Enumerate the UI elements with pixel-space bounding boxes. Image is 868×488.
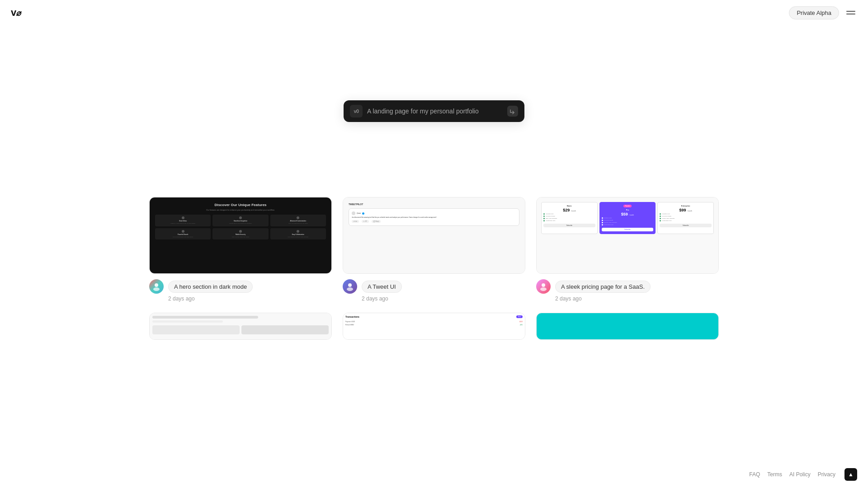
feature-text-3: Tailor your experience to fit your needs (288, 223, 308, 225)
svg-point-1 (153, 287, 160, 291)
search-input-placeholder[interactable]: A landing page for my personal portfolio (367, 108, 503, 115)
feature-title-1: Smart Ideas (179, 220, 187, 222)
private-alpha-badge[interactable]: Private Alpha (789, 6, 839, 19)
gallery-item-3-info: A sleek pricing page for a SaaS. (536, 279, 719, 294)
pricing-pro-amount: $59 / month (602, 212, 654, 216)
search-logo: v0 (350, 105, 363, 117)
footer-terms[interactable]: Terms (767, 471, 782, 478)
gallery-preview-2: TWEETPILOT @user Just discovered this am… (343, 197, 525, 274)
item-1-desc: A hero section in dark mode (168, 281, 253, 293)
feature-icon-1 (182, 216, 184, 219)
table-cell-2-1: Refund #0882 (345, 324, 518, 326)
feature-card-5: Mobile Security Keep your data safe on a… (212, 228, 268, 240)
pricing-basic: Basic $29 / month Unlimited Posts 100 Em… (541, 202, 598, 234)
feature-title-5: Mobile Security (236, 234, 245, 235)
feature-icon-3 (297, 216, 299, 219)
pricing-pro-btn: Subscribe (602, 228, 654, 231)
pricing-basic-f3: Basic Video Templates (543, 218, 595, 219)
tweet-username: @user (357, 212, 361, 214)
tweet-app-title: TWEETPILOT (349, 203, 519, 206)
avatar-1 (149, 279, 164, 294)
feature-icon-4 (182, 230, 184, 233)
item-3-timestamp: 2 days ago (536, 296, 719, 302)
avatar-3-icon (539, 282, 548, 291)
pricing-basic-tier: Basic (543, 205, 595, 207)
logo[interactable]: v⌀ (11, 7, 20, 19)
gallery-item-1[interactable]: Discover Our Unique Features Our feature… (149, 197, 332, 302)
table-rows: Payment #1023 -$120 Refund #0882 +$55 (345, 321, 523, 326)
gallery-item-3[interactable]: Basic $29 / month Unlimited Posts 100 Em… (536, 197, 719, 302)
gallery-preview-4 (149, 313, 332, 340)
feature-title-6: Easy Collaboration (292, 234, 304, 235)
enter-arrow-icon (509, 108, 516, 114)
gallery-item-5[interactable]: Transactions New Payment #1023 -$120 Ref… (343, 313, 525, 345)
gallery-grid: Discover Our Unique Features Our feature… (149, 197, 719, 345)
pricing-pro-f1: Unlimited Posts (602, 217, 654, 219)
item-2-desc: A Tweet UI (362, 281, 402, 293)
tweet-user-row: @user (352, 211, 516, 215)
pricing-enterprise-tier: Enterprise (660, 205, 712, 207)
table-row-2: Refund #0882 +$55 (345, 324, 523, 326)
avatar-1-icon (152, 282, 161, 291)
table-cell-1-1: Payment #1023 (345, 321, 517, 323)
feature-card-4: Powerful Search Find anything instantly … (155, 228, 211, 240)
preview-pricing: Basic $29 / month Unlimited Posts 100 Em… (537, 197, 718, 273)
pricing-basic-btn: Subscribe (543, 224, 595, 227)
gallery-item-4[interactable] (149, 313, 332, 345)
svg-point-4 (542, 283, 545, 287)
table-header: Transactions New (345, 315, 523, 318)
avatar-2-inner (343, 279, 357, 294)
preview-dark-subtitle: Our features are designed to enhance you… (206, 209, 274, 211)
tweet-like: ♥ Like (352, 220, 359, 223)
pricing-enterprise-f2: 100 Email Storage (660, 216, 712, 217)
tweet-card: @user Just discovered this amazing tool … (349, 208, 519, 226)
avatar-3-inner (536, 279, 551, 294)
feature-icon-5 (239, 230, 242, 233)
search-enter-icon[interactable] (507, 106, 518, 117)
pricing-enterprise: Enterprise $99 / month Unlimited Posts 1… (657, 202, 714, 234)
feature-text-5: Keep your data safe on any device (232, 236, 250, 238)
gallery-item-2[interactable]: TWEETPILOT @user Just discovered this am… (343, 197, 525, 302)
gallery-preview-5: Transactions New Payment #1023 -$120 Ref… (343, 313, 525, 340)
feature-text-6: Work together seamlessly with your team (288, 236, 308, 238)
pricing-grid: Basic $29 / month Unlimited Posts 100 Em… (541, 202, 714, 234)
avatar-1-inner (149, 279, 164, 294)
scroll-up-arrow-icon: ▲ (848, 471, 854, 478)
table-amount-1: -$120 (519, 321, 523, 323)
feature-text-2: Connect with all your favorite tools eff… (229, 223, 252, 225)
pricing-enterprise-f3: Custom Video Templates (660, 218, 712, 219)
tweet-text: Just discovered this amazing tool that l… (352, 216, 516, 219)
search-box[interactable]: v0 A landing page for my personal portfo… (344, 100, 524, 122)
pricing-pro-tier: Pro (602, 209, 654, 211)
table-row-1: Payment #1023 -$120 (345, 321, 523, 323)
menu-line-2 (846, 14, 855, 14)
pricing-pro-badge: Popular (623, 205, 632, 207)
gallery-item-2-info: A Tweet UI (343, 279, 525, 294)
gallery-preview-6 (536, 313, 719, 340)
scroll-to-top-button[interactable]: ▲ (844, 468, 857, 481)
feature-text-4: Find anything instantly with smart searc… (173, 236, 193, 238)
svg-point-0 (155, 283, 158, 287)
item-1-timestamp: 2 days ago (149, 296, 332, 302)
hamburger-menu-icon[interactable] (844, 9, 857, 16)
footer-privacy[interactable]: Privacy (818, 471, 835, 478)
footer-faq[interactable]: FAQ (749, 471, 760, 478)
feature-card-2: Seamless Integration Connect with all yo… (212, 215, 268, 226)
pricing-pro: Popular Pro $59 / month Unlimited Posts … (599, 202, 656, 234)
tweet-retweet: ↻ RT (362, 220, 369, 223)
pricing-enterprise-amount: $99 / month (660, 208, 712, 212)
avatar-2-icon (345, 282, 354, 291)
feature-title-4: Powerful Search (178, 234, 189, 235)
search-logo-text: v0 (354, 108, 359, 114)
pricing-basic-f1: Unlimited Posts (543, 213, 595, 215)
footer-ai-policy[interactable]: AI Policy (789, 471, 811, 478)
item-3-desc: A sleek pricing page for a SaaS. (555, 281, 651, 293)
pricing-enterprise-f1: Unlimited Posts (660, 213, 712, 215)
header-right: Private Alpha (789, 6, 857, 19)
pricing-pro-f3: Premium Video Templates (602, 222, 654, 223)
gallery-item-6[interactable] (536, 313, 719, 345)
preview-table-partial: Transactions New Payment #1023 -$120 Ref… (343, 313, 525, 339)
pricing-enterprise-f4: Collaboration Tools (660, 220, 712, 221)
feature-card-6: Easy Collaboration Work together seamles… (270, 228, 326, 240)
pricing-basic-f2: 100 Email Storage (543, 216, 595, 217)
